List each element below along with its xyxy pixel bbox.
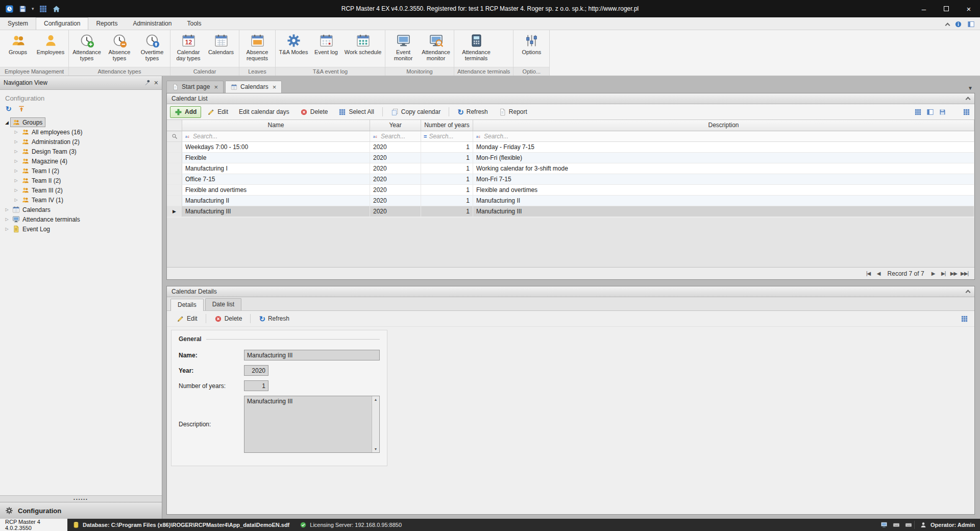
collapse-ribbon-icon[interactable] bbox=[945, 22, 950, 28]
pager-prev-button[interactable]: ◀ bbox=[874, 270, 883, 277]
years-filter-input[interactable] bbox=[429, 133, 470, 140]
details-refresh-button[interactable]: ↻Refresh bbox=[254, 313, 294, 325]
grid-shortcut-icon[interactable] bbox=[39, 5, 47, 13]
name-filter-input[interactable] bbox=[193, 133, 367, 140]
collapse-all-icon[interactable] bbox=[18, 105, 25, 112]
column-header-description[interactable]: Description bbox=[473, 120, 974, 131]
ribbon-button-absence-requests[interactable]: Absence requests bbox=[241, 32, 273, 63]
home-shortcut-icon[interactable] bbox=[52, 5, 61, 13]
details-delete-button[interactable]: Delete bbox=[210, 313, 247, 325]
ribbon-button-event-monitor[interactable]: Event monitor bbox=[387, 32, 419, 63]
panel-toggle-icon[interactable] bbox=[961, 315, 968, 323]
sidebar-splitter[interactable]: •••••• bbox=[0, 495, 162, 502]
description-field[interactable]: Manufacturing III bbox=[244, 396, 380, 453]
ribbon-button-work-schedule[interactable]: Work schedule bbox=[343, 32, 383, 57]
expand-icon[interactable]: ▷ bbox=[4, 227, 10, 231]
tab-calendars[interactable]: Calendars × bbox=[225, 81, 282, 93]
expand-icon[interactable]: ▷ bbox=[13, 168, 19, 173]
layout-view-icon[interactable] bbox=[926, 108, 934, 116]
ribbon-button-options[interactable]: Options bbox=[516, 32, 547, 57]
minimize-button[interactable]: – bbox=[913, 0, 935, 17]
tree-item-attendance-terminals[interactable]: ▷ Attendance terminals bbox=[0, 214, 162, 224]
tree-item-team-ii[interactable]: ▷ Team II (2) bbox=[0, 176, 162, 185]
panel-toggle-icon[interactable] bbox=[963, 108, 970, 116]
tab-close-icon[interactable]: × bbox=[273, 84, 277, 90]
ribbon-button-calendars[interactable]: Calendars bbox=[205, 32, 237, 57]
tab-start-page[interactable]: Start page × bbox=[166, 81, 224, 93]
tree-item-magazine[interactable]: ▷ Magazine (4) bbox=[0, 156, 162, 166]
expand-icon[interactable]: ▷ bbox=[13, 149, 19, 154]
info-icon[interactable] bbox=[954, 20, 962, 28]
tab-details[interactable]: Details bbox=[170, 299, 204, 311]
year-filter-input[interactable] bbox=[381, 133, 418, 140]
menu-administration[interactable]: Administration bbox=[125, 18, 179, 30]
table-row[interactable]: Flexible 2020 1 Mon-Fri (flexible) bbox=[167, 153, 974, 163]
number-of-years-field[interactable] bbox=[244, 380, 268, 391]
table-row[interactable]: Office 7-15 2020 1 Mon-Fri 7-15 bbox=[167, 174, 974, 185]
tab-close-icon[interactable]: × bbox=[214, 84, 218, 90]
menu-reports[interactable]: Reports bbox=[88, 18, 125, 30]
ribbon-button-attendance-monitor[interactable]: Attendance monitor bbox=[420, 32, 452, 63]
details-edit-button[interactable]: Edit bbox=[172, 313, 202, 325]
edit-calendar-days-button[interactable]: Edit calendar days bbox=[234, 106, 294, 117]
tab-list-dropdown-icon[interactable]: ▼ bbox=[966, 85, 975, 93]
tree-item-team-iv[interactable]: ▷ Team IV (1) bbox=[0, 195, 162, 205]
description-filter-input[interactable] bbox=[484, 133, 971, 140]
ribbon-button-calendar-day-types[interactable]: Calendar day types bbox=[173, 32, 204, 63]
close-button[interactable]: × bbox=[958, 0, 980, 17]
tree-refresh-icon[interactable]: ↻ bbox=[6, 105, 12, 112]
column-header-number-of-years[interactable]: Number of years bbox=[421, 120, 473, 131]
text-filter-icon[interactable] bbox=[476, 133, 482, 139]
name-field[interactable] bbox=[244, 350, 380, 360]
pin-icon[interactable] bbox=[144, 79, 151, 86]
year-field[interactable] bbox=[244, 365, 268, 376]
expand-icon[interactable]: ▷ bbox=[4, 217, 10, 222]
collapse-panel-icon[interactable] bbox=[966, 290, 971, 295]
menu-tools[interactable]: Tools bbox=[179, 18, 209, 30]
table-row[interactable]: Manufacturing II 2020 1 Manufacturing II bbox=[167, 196, 974, 206]
add-button[interactable]: Add bbox=[170, 106, 201, 118]
column-header-name[interactable]: Name bbox=[182, 120, 370, 131]
ribbon-button-attendance-terminals[interactable]: Attendance terminals bbox=[456, 32, 496, 63]
ribbon-button-attendance-types[interactable]: Attendance types bbox=[71, 32, 103, 63]
display-icon[interactable] bbox=[880, 521, 888, 528]
ribbon-button-event-log[interactable]: Event log bbox=[310, 32, 342, 57]
input-device-icon[interactable] bbox=[905, 521, 912, 528]
copy-calendar-button[interactable]: Copy calendar bbox=[386, 106, 445, 118]
table-row[interactable]: Weekdays 7:00 - 15:00 2020 1 Monday - Fr… bbox=[167, 142, 974, 153]
expand-icon[interactable]: ◢ bbox=[4, 120, 10, 125]
expand-icon[interactable]: ▷ bbox=[13, 178, 19, 183]
report-button[interactable]: Report bbox=[494, 106, 532, 118]
tree-item-team-i[interactable]: ▷ Team I (2) bbox=[0, 166, 162, 176]
sidebar-close-icon[interactable]: × bbox=[154, 79, 158, 86]
expand-icon[interactable]: ▷ bbox=[4, 207, 10, 212]
tab-date-list[interactable]: Date list bbox=[205, 298, 241, 310]
pager-last-button[interactable]: ▶| bbox=[939, 270, 948, 277]
tree-item-administration[interactable]: ▷ Administration (2) bbox=[0, 137, 162, 147]
tree-item-team-iii[interactable]: ▷ Team III (2) bbox=[0, 185, 162, 195]
tree-item-event-log[interactable]: ▷ Event Log bbox=[0, 224, 162, 234]
layout-panel-icon[interactable] bbox=[967, 20, 975, 28]
refresh-button[interactable]: ↻Refresh bbox=[453, 106, 493, 118]
keyboard-icon[interactable] bbox=[893, 521, 900, 528]
quick-save-icon[interactable] bbox=[18, 5, 27, 13]
table-row-selected[interactable]: ▶ Manufacturing III 2020 1 Manufacturing… bbox=[167, 206, 974, 217]
ribbon-button-absence-types[interactable]: Absence types bbox=[104, 32, 135, 63]
expand-icon[interactable]: ▷ bbox=[13, 139, 19, 144]
table-row[interactable]: Manufacturing I 2020 1 Working calendar … bbox=[167, 163, 974, 174]
expand-icon[interactable]: ▷ bbox=[13, 188, 19, 192]
column-header-year[interactable]: Year bbox=[370, 120, 421, 131]
pager-next-page-button[interactable]: ▶▶ bbox=[949, 270, 958, 277]
tree-item-calendars[interactable]: ▷ Calendars bbox=[0, 205, 162, 214]
sidebar-footer-configuration[interactable]: Configuration bbox=[0, 502, 162, 519]
expand-icon[interactable]: ▷ bbox=[13, 198, 19, 202]
delete-button[interactable]: Delete bbox=[296, 106, 333, 118]
equals-filter-icon[interactable]: = bbox=[424, 133, 427, 139]
menu-system[interactable]: System bbox=[0, 18, 36, 30]
scroll-down-icon[interactable]: ▼ bbox=[374, 447, 378, 451]
menu-configuration[interactable]: Configuration bbox=[36, 17, 88, 30]
expand-icon[interactable]: ▷ bbox=[13, 130, 19, 134]
expand-icon[interactable]: ▷ bbox=[13, 159, 19, 163]
pager-next-button[interactable]: ▶ bbox=[929, 270, 938, 277]
textarea-scrollbar[interactable]: ▲ ▼ bbox=[372, 396, 379, 452]
